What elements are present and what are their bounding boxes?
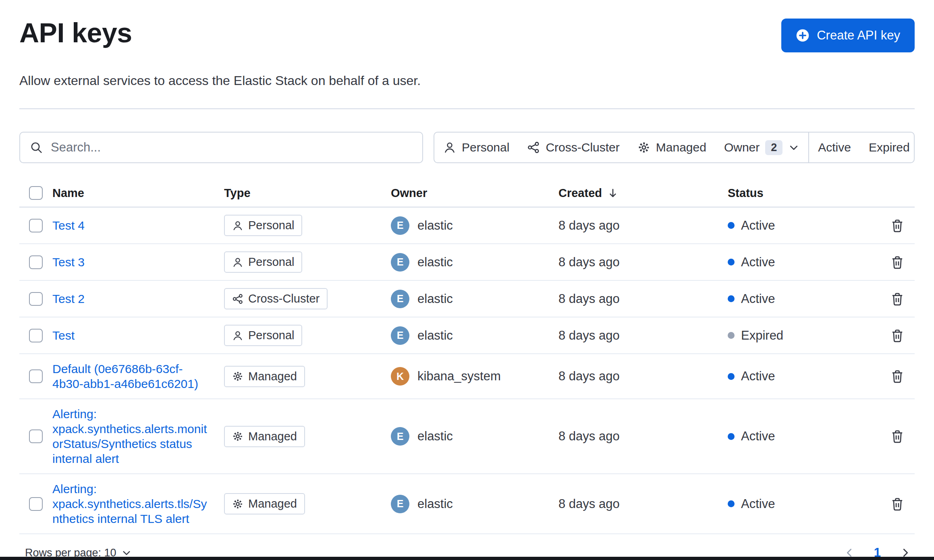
filter-group: Personal Cross-Cluster Managed Owner 2 A… bbox=[434, 132, 915, 163]
type-label: Managed bbox=[248, 497, 297, 510]
filter-cross-cluster-button[interactable]: Cross-Cluster bbox=[518, 133, 628, 162]
status-dot bbox=[728, 433, 735, 440]
api-keys-page: API keys Create API key Allow external s… bbox=[0, 0, 934, 560]
gear-icon bbox=[232, 498, 243, 510]
owner-name: elastic bbox=[417, 497, 453, 511]
delete-api-key-button[interactable] bbox=[890, 218, 905, 233]
status-label: Active bbox=[741, 497, 775, 511]
type-badge: Managed bbox=[224, 366, 305, 387]
status-dot bbox=[728, 222, 735, 229]
filter-cross-cluster-label: Cross-Cluster bbox=[546, 141, 619, 154]
created-text: 8 days ago bbox=[558, 255, 728, 270]
created-text: 8 days ago bbox=[558, 369, 728, 384]
row-checkbox[interactable] bbox=[29, 219, 43, 232]
row-checkbox[interactable] bbox=[29, 369, 43, 383]
owner-avatar: E bbox=[391, 290, 409, 308]
table-row: Test Personal E elastic 8 days ago Expir… bbox=[19, 317, 915, 354]
status-cell: Expired bbox=[728, 328, 880, 343]
owner-avatar: E bbox=[391, 495, 409, 513]
create-api-key-button[interactable]: Create API key bbox=[781, 19, 915, 52]
type-badge: Cross-Cluster bbox=[224, 288, 328, 309]
cluster-icon bbox=[232, 293, 243, 305]
gear-icon bbox=[232, 431, 243, 442]
row-checkbox[interactable] bbox=[29, 429, 43, 443]
table-row: Alerting: xpack.synthetics.alerts.monito… bbox=[19, 399, 915, 474]
type-badge: Personal bbox=[224, 251, 302, 273]
status-label: Active bbox=[741, 292, 775, 306]
table-row: Test 4 Personal E elastic 8 days ago Act… bbox=[19, 207, 915, 244]
type-badge: Managed bbox=[224, 493, 305, 514]
plus-in-circle-icon bbox=[796, 29, 809, 42]
table-row: Test 2 Cross-Cluster E elastic 8 days ag… bbox=[19, 281, 915, 317]
row-checkbox[interactable] bbox=[29, 292, 43, 306]
api-keys-table: Name Type Owner Created Status Test 4 bbox=[19, 179, 915, 534]
select-all-checkbox[interactable] bbox=[29, 186, 43, 200]
filter-active-button[interactable]: Active bbox=[809, 133, 860, 162]
owner-name: elastic bbox=[417, 218, 453, 233]
owner-count-badge: 2 bbox=[765, 140, 782, 155]
created-text: 8 days ago bbox=[558, 218, 728, 233]
owner-name: elastic bbox=[417, 328, 453, 343]
table-row: Test 3 Personal E elastic 8 days ago Act… bbox=[19, 244, 915, 281]
owner-avatar: K bbox=[391, 367, 409, 386]
status-dot bbox=[728, 500, 735, 507]
row-checkbox[interactable] bbox=[29, 329, 43, 342]
row-checkbox[interactable] bbox=[29, 497, 43, 511]
filter-owner-button[interactable]: Owner 2 bbox=[715, 133, 808, 162]
api-key-name-link[interactable]: Alerting: xpack.synthetics.alerts.tls/Sy… bbox=[52, 481, 224, 526]
header-divider bbox=[19, 108, 915, 109]
delete-api-key-button[interactable] bbox=[890, 255, 905, 270]
api-key-name-link[interactable]: Test 2 bbox=[52, 291, 100, 306]
status-cell: Active bbox=[728, 255, 880, 270]
owner-name: elastic bbox=[417, 255, 453, 270]
type-label: Personal bbox=[248, 219, 294, 232]
page-header: API keys Create API key bbox=[19, 12, 915, 52]
filter-personal-label: Personal bbox=[462, 141, 509, 154]
filter-active-label: Active bbox=[818, 141, 851, 154]
chevron-down-icon bbox=[788, 142, 799, 153]
delete-api-key-button[interactable] bbox=[890, 369, 905, 384]
delete-api-key-button[interactable] bbox=[890, 292, 905, 306]
table-body: Test 4 Personal E elastic 8 days ago Act… bbox=[19, 207, 915, 534]
column-header-name[interactable]: Name bbox=[52, 187, 224, 200]
status-cell: Active bbox=[728, 369, 880, 384]
search-input[interactable] bbox=[50, 140, 413, 155]
status-label: Active bbox=[741, 218, 775, 233]
type-badge: Personal bbox=[224, 325, 302, 346]
delete-api-key-button[interactable] bbox=[890, 429, 905, 444]
column-header-type: Type bbox=[224, 187, 391, 200]
status-dot bbox=[728, 259, 735, 265]
created-text: 8 days ago bbox=[558, 292, 728, 306]
column-header-created[interactable]: Created bbox=[558, 187, 728, 200]
table-header-row: Name Type Owner Created Status bbox=[19, 179, 915, 207]
status-cell: Active bbox=[728, 292, 880, 306]
person-icon bbox=[443, 141, 456, 154]
type-label: Cross-Cluster bbox=[248, 292, 320, 305]
api-key-name-link[interactable]: Default (0e67686b-63cf-4b30-abb1-a46be61… bbox=[52, 361, 224, 391]
row-checkbox[interactable] bbox=[29, 255, 43, 269]
table-row: Default (0e67686b-63cf-4b30-abb1-a46be61… bbox=[19, 354, 915, 399]
cluster-icon bbox=[527, 141, 540, 154]
status-label: Active bbox=[741, 255, 775, 270]
page-title: API keys bbox=[19, 17, 132, 48]
api-key-name-link[interactable]: Test bbox=[52, 328, 90, 343]
user-icon bbox=[232, 220, 243, 231]
api-key-name-link[interactable]: Test 4 bbox=[52, 218, 100, 233]
filter-managed-button[interactable]: Managed bbox=[629, 133, 715, 162]
toolbar: Personal Cross-Cluster Managed Owner 2 A… bbox=[19, 132, 915, 163]
status-dot bbox=[728, 295, 735, 302]
type-badge: Managed bbox=[224, 426, 305, 447]
status-label: Active bbox=[741, 429, 775, 444]
status-dot bbox=[728, 373, 735, 380]
delete-api-key-button[interactable] bbox=[890, 328, 905, 343]
table-footer: Rows per page: 10 1 bbox=[19, 534, 915, 560]
filter-expired-button[interactable]: Expired bbox=[860, 133, 915, 162]
filter-personal-button[interactable]: Personal bbox=[434, 133, 518, 162]
api-key-name-link[interactable]: Test 3 bbox=[52, 255, 100, 270]
filter-expired-label: Expired bbox=[869, 141, 910, 154]
type-label: Personal bbox=[248, 329, 294, 342]
type-badge: Personal bbox=[224, 215, 302, 236]
delete-api-key-button[interactable] bbox=[890, 497, 905, 511]
type-label: Managed bbox=[248, 430, 297, 443]
api-key-name-link[interactable]: Alerting: xpack.synthetics.alerts.monito… bbox=[52, 407, 224, 466]
